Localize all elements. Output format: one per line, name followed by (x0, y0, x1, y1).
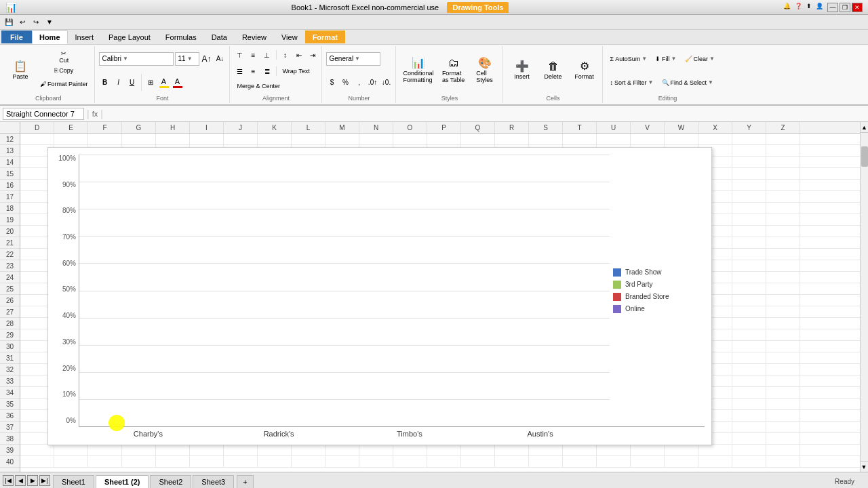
grid-cell[interactable] (393, 445, 427, 455)
grid-cell[interactable] (732, 329, 766, 340)
grid-cell[interactable] (258, 134, 292, 144)
grid-cell[interactable] (393, 456, 427, 467)
grid-cell[interactable] (88, 445, 122, 455)
grid-cell[interactable] (529, 134, 563, 144)
grid-cell[interactable] (427, 456, 461, 467)
align-center-button[interactable]: ≡ (248, 65, 260, 77)
font-size-dropdown[interactable]: 11 ▼ (175, 52, 199, 66)
grid-cell[interactable] (427, 134, 461, 144)
grid-cell[interactable] (766, 318, 800, 329)
delete-cells-button[interactable]: 🗑 Delete (538, 49, 568, 92)
sheet-nav-last[interactable]: ▶| (39, 475, 50, 486)
grid-cell[interactable] (766, 422, 800, 432)
grid-cell[interactable] (732, 180, 766, 190)
tab-data[interactable]: Data (204, 30, 235, 43)
decimal-inc-button[interactable]: .0↑ (367, 77, 379, 89)
grid-cell[interactable] (766, 375, 800, 386)
grid-cell[interactable] (766, 456, 800, 467)
grid-cell[interactable] (732, 306, 766, 317)
grid-cell[interactable] (698, 445, 732, 455)
grid-cell[interactable] (665, 445, 698, 455)
align-bottom-button[interactable]: ⊥ (261, 49, 273, 61)
more-quick-btn[interactable]: ▼ (43, 16, 56, 28)
grid-cell[interactable] (732, 214, 766, 225)
grid-cell[interactable] (631, 445, 665, 455)
grid-cell[interactable] (732, 272, 766, 283)
grid-cell[interactable] (190, 445, 224, 455)
grid-cell[interactable] (766, 306, 800, 317)
grid-cell[interactable] (766, 445, 800, 455)
grid-cell[interactable] (732, 203, 766, 214)
grid-cell[interactable] (732, 260, 766, 271)
right-scrollbar[interactable]: ▲ ▼ (860, 122, 868, 472)
find-select-button[interactable]: 🔍 Find & Select ▼ (658, 73, 717, 92)
scroll-down-btn[interactable]: ▼ (860, 461, 868, 472)
grid-cell[interactable] (732, 399, 766, 409)
grid-row[interactable] (20, 134, 860, 145)
grid-row[interactable] (20, 445, 860, 456)
grid-cell[interactable] (732, 364, 766, 375)
sheet-nav-next[interactable]: ▶ (27, 475, 38, 486)
formula-input[interactable] (106, 108, 865, 120)
grid-cell[interactable] (258, 445, 292, 455)
conditional-formatting-button[interactable]: 📊 ConditionalFormatting (400, 49, 437, 92)
format-as-table-button[interactable]: 🗂 Formatas Table (439, 49, 469, 92)
minimize-button[interactable]: — (827, 3, 838, 12)
decimal-dec-button[interactable]: ↓0. (380, 77, 393, 89)
grid-cell[interactable] (631, 456, 665, 467)
grid-cell[interactable] (292, 134, 326, 144)
sheet-tab-4[interactable]: Sheet3 (193, 475, 234, 488)
grid-cell[interactable] (597, 134, 631, 144)
sheet-tab-1[interactable]: Sheet1 (53, 475, 94, 488)
font-shrink-button[interactable]: A↓ (214, 53, 226, 65)
format-cells-button[interactable]: ⚙ Format (570, 49, 599, 92)
grid-cell[interactable] (766, 214, 800, 225)
grid-cell[interactable] (631, 134, 665, 144)
grid-cell[interactable] (427, 445, 461, 455)
grid-row[interactable] (20, 456, 860, 468)
grid-cell[interactable] (190, 456, 224, 467)
grid-cell[interactable] (258, 456, 292, 467)
grid-cell[interactable] (461, 445, 495, 455)
grid-cell[interactable] (766, 180, 800, 190)
grid-cell[interactable] (88, 456, 122, 467)
grid-cell[interactable] (54, 456, 88, 467)
sort-filter-button[interactable]: ↕ Sort & Filter ▼ (607, 73, 657, 92)
grid-cell[interactable] (732, 134, 766, 144)
merge-center-button[interactable]: Merge & Center (234, 80, 284, 92)
grid-cell[interactable] (326, 445, 359, 455)
grid-cell[interactable] (732, 375, 766, 386)
indent-button[interactable]: ⇤ (293, 49, 305, 61)
formula-icon[interactable]: fx (92, 110, 98, 118)
grid-cell[interactable] (665, 456, 698, 467)
grid-cell[interactable] (495, 445, 529, 455)
grid-cell[interactable] (88, 134, 122, 144)
bold-button[interactable]: B (99, 77, 111, 89)
tab-file[interactable]: File (1, 30, 32, 43)
grid-cell[interactable] (732, 191, 766, 202)
grid-cell[interactable] (292, 445, 326, 455)
grid-cell[interactable] (54, 134, 88, 144)
grid-cell[interactable] (156, 445, 190, 455)
grid-cell[interactable] (766, 134, 800, 144)
grid-cell[interactable] (732, 226, 766, 237)
italic-button[interactable]: I (113, 77, 125, 89)
grid-cell[interactable] (766, 237, 800, 248)
sheet-tab-3[interactable]: Sheet2 (150, 475, 191, 488)
grid-cell[interactable] (732, 237, 766, 248)
grid-cell[interactable] (732, 295, 766, 306)
grid-cell[interactable] (766, 260, 800, 271)
grid-cell[interactable] (698, 134, 732, 144)
outdent-button[interactable]: ⇥ (307, 49, 319, 61)
clear-button[interactable]: 🧹 Clear ▼ (682, 49, 718, 68)
autosum-button[interactable]: Σ AutoSum ▼ (607, 49, 651, 68)
grid-cell[interactable] (122, 445, 156, 455)
grid-cell[interactable] (292, 456, 326, 467)
currency-button[interactable]: $ (326, 77, 338, 89)
cell-styles-button[interactable]: 🎨 CellStyles (470, 49, 500, 92)
grid-cell[interactable] (122, 456, 156, 467)
grid-cell[interactable] (766, 168, 800, 179)
grid-cell[interactable] (326, 456, 359, 467)
grid-cell[interactable] (732, 433, 766, 444)
grid-cell[interactable] (597, 445, 631, 455)
